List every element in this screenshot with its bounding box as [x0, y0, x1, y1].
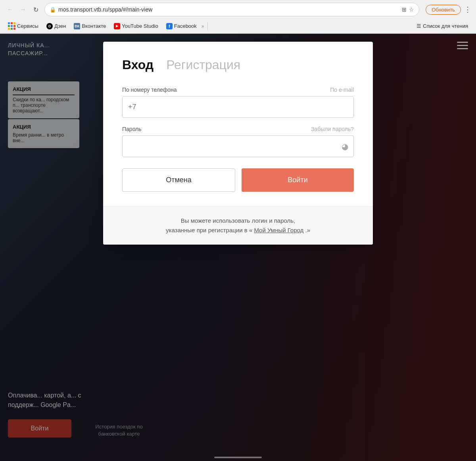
phone-input[interactable]: [122, 96, 354, 118]
facebook-icon: f: [166, 23, 173, 29]
modal-footer: Вы можете использовать логин и пароль, у…: [103, 206, 373, 245]
footer-text-1: Вы можете использовать логин и пароль,: [181, 217, 296, 224]
bookmark-dzen-label: Дзен: [54, 23, 66, 29]
tab-register[interactable]: Регистрация: [166, 58, 240, 72]
bookmark-services-label: Сервисы: [17, 23, 38, 29]
password-input[interactable]: [122, 135, 354, 157]
bookmarks-bar: Сервисы ⊙ Дзен ВК Вконтакте ▶ YouTube St…: [0, 19, 476, 33]
nav-buttons: ← → ↻: [5, 4, 41, 15]
bookmarks-separator: [207, 22, 208, 30]
modal-main-content: Вход Регистрация По номеру телефона По e…: [103, 42, 373, 206]
tab-login[interactable]: Вход: [122, 58, 154, 72]
bookmark-vk[interactable]: ВК Вконтакте: [71, 21, 109, 31]
password-wrapper: ◕: [122, 135, 354, 157]
password-label: Пароль: [122, 126, 142, 132]
lock-icon: 🔒: [50, 7, 56, 13]
page-background: ЛИЧНЫЙ КА... ПАССАЖИР... АКЦИЯ Скидки по…: [0, 34, 476, 461]
browser-toolbar: ← → ↻ 🔒 ⊞ ☆ Обновить ⋮: [0, 0, 476, 19]
eye-icon[interactable]: ◕: [342, 142, 348, 151]
footer-smart-city-link[interactable]: Мой Умный Город: [254, 227, 303, 233]
youtube-icon: ▶: [114, 23, 120, 29]
modal-actions: Отмена Войти: [122, 168, 354, 192]
phone-label: По номеру телефона: [122, 87, 177, 93]
scroll-indicator: [214, 457, 262, 458]
dzen-icon: ⊙: [46, 23, 53, 29]
star-icon[interactable]: ☆: [409, 6, 414, 13]
modal-tabs: Вход Регистрация: [122, 58, 354, 72]
bookmark-youtube[interactable]: ▶ YouTube Studio: [111, 21, 161, 31]
bookmark-services[interactable]: Сервисы: [5, 21, 42, 31]
password-row-header: Пароль Забыли пароль?: [122, 126, 354, 132]
bookmark-youtube-label: YouTube Studio: [122, 23, 158, 29]
browser-right: Обновить ⋮: [426, 5, 471, 15]
bookmark-dzen[interactable]: ⊙ Дзен: [43, 21, 69, 31]
login-modal: Вход Регистрация По номеру телефона По e…: [103, 42, 373, 245]
forward-button[interactable]: →: [17, 4, 29, 15]
modal-overlay: Вход Регистрация По номеру телефона По e…: [0, 34, 476, 461]
reading-list-icon: ☰: [416, 23, 421, 29]
phone-row-header: По номеру телефона По e-mail: [122, 87, 354, 93]
back-button[interactable]: ←: [5, 4, 16, 15]
translate-icon[interactable]: ⊞: [402, 6, 407, 13]
bookmark-vk-label: Вконтакте: [82, 23, 106, 29]
update-button[interactable]: Обновить: [426, 5, 461, 15]
bookmarks-more[interactable]: »: [202, 23, 204, 29]
bookmark-facebook-label: Facebook: [174, 23, 197, 29]
email-label[interactable]: По e-mail: [330, 87, 354, 93]
submit-button[interactable]: Войти: [242, 168, 354, 192]
reading-list-label: Список для чтения: [423, 23, 468, 29]
reading-list[interactable]: ☰ Список для чтения: [413, 21, 471, 31]
address-bar-container: 🔒 ⊞ ☆: [44, 3, 419, 16]
vk-icon: ВК: [74, 23, 80, 29]
forgot-password-link[interactable]: Забыли пароль?: [311, 126, 354, 132]
browser-menu-icon[interactable]: ⋮: [464, 5, 471, 14]
footer-text-3: .»: [305, 227, 310, 233]
reload-button[interactable]: ↻: [30, 4, 41, 15]
footer-text-2: указанные при регистрации в «: [166, 227, 252, 233]
browser-chrome: ← → ↻ 🔒 ⊞ ☆ Обновить ⋮ Сервисы ⊙: [0, 0, 476, 34]
services-icon: [8, 22, 15, 30]
cancel-button[interactable]: Отмена: [122, 168, 235, 192]
address-bar[interactable]: [58, 6, 399, 13]
bookmark-facebook[interactable]: f Facebook: [163, 21, 200, 31]
